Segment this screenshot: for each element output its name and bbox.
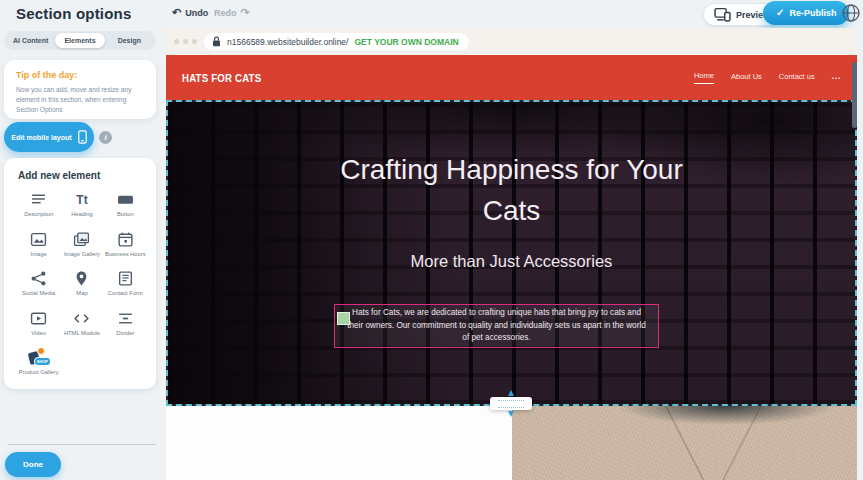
globe-icon	[841, 3, 861, 23]
form-icon	[117, 270, 134, 287]
element-label: Social Media	[22, 290, 55, 298]
tip-of-the-day-card: Tip of the day: Now you can add, move an…	[4, 60, 156, 119]
editor-window: Section options ↶ Undo Redo ↷ Preview ✓ …	[0, 0, 863, 480]
element-item-business-hours[interactable]: Business Hours	[105, 231, 146, 259]
element-item-description[interactable]: Description	[18, 191, 59, 219]
browser-bar: n1566589.websitebuilder.online/ GET YOUR…	[166, 28, 857, 55]
element-item-divider[interactable]: Divider	[105, 310, 146, 338]
hero-heading-text: Crafting Happiness for Your Cats	[332, 150, 692, 231]
undo-button[interactable]: ↶ Undo	[172, 7, 208, 18]
sidebar-divider	[8, 444, 156, 445]
get-domain-link[interactable]: GET YOUR OWN DOMAIN	[354, 37, 458, 47]
image-icon	[30, 231, 47, 248]
republish-label: Re-Publish	[789, 8, 836, 18]
element-item-html-module[interactable]: HTML Module	[61, 310, 102, 338]
section-resize-handle[interactable]	[490, 397, 532, 410]
selected-text-element[interactable]: Hats for Cats, we are dedicated to craft…	[334, 304, 659, 348]
element-label: Video	[31, 330, 46, 338]
tab-design[interactable]: Design	[105, 33, 154, 48]
page-title: Section options	[16, 5, 132, 22]
element-item-social-media[interactable]: Social Media	[18, 270, 59, 298]
sidebar-tabs: AI Content Elements Design	[4, 31, 156, 50]
tip-body: Now you can add, move and resize any ele…	[16, 85, 144, 115]
new-badge-icon	[37, 347, 45, 355]
element-label: Image Gallery	[64, 251, 100, 259]
resize-grip-icon	[498, 400, 524, 408]
next-section-image[interactable]	[512, 406, 857, 480]
undo-icon: ↶	[172, 7, 181, 18]
element-label: Divider	[116, 330, 134, 338]
done-button[interactable]: Done	[5, 452, 61, 477]
resize-arrow-down-icon	[508, 411, 514, 417]
element-item-image[interactable]: Image	[18, 231, 59, 259]
image-gallery-icon	[73, 231, 90, 248]
nav-item-about[interactable]: About Us	[731, 72, 762, 84]
element-label: Business Hours	[105, 251, 146, 259]
add-element-panel: Add new element Description Tt Heading B…	[4, 158, 156, 389]
info-icon[interactable]: i	[99, 131, 112, 144]
edit-mobile-layout-button[interactable]: Edit mobile layout	[4, 122, 94, 152]
element-label: Product Gallery	[19, 369, 59, 377]
language-globe-button[interactable]	[841, 3, 861, 23]
done-label: Done	[23, 460, 43, 469]
nav-item-contact[interactable]: Contact us	[779, 72, 815, 84]
button-icon	[117, 191, 134, 208]
drag-handle[interactable]	[337, 312, 350, 325]
devices-icon	[714, 6, 731, 23]
element-label: Heading	[71, 211, 93, 219]
site-url: n1566589.websitebuilder.online/	[227, 37, 348, 47]
heading-icon: Tt	[73, 191, 90, 208]
element-label: Map	[76, 290, 87, 298]
resize-arrow-up-icon	[508, 390, 514, 396]
tab-ai-content[interactable]: AI Content	[6, 33, 55, 48]
nav-more-icon[interactable]: •••	[832, 75, 841, 81]
hero-body-text: Hats for Cats, we are dedicated to craft…	[343, 307, 650, 345]
divider-icon	[117, 310, 134, 327]
republish-button[interactable]: ✓ Re-Publish	[763, 1, 849, 25]
share-icon	[30, 270, 47, 287]
selected-hero-section[interactable]: Crafting Happiness for Your Cats More th…	[166, 100, 857, 406]
video-icon	[30, 310, 47, 327]
tab-ai-content-label: AI Content	[13, 37, 48, 44]
shop-tag: SHOP	[34, 357, 51, 366]
element-item-product-gallery[interactable]: SHOP Product Gallery	[18, 349, 59, 377]
element-label: HTML Module	[64, 330, 100, 338]
edit-mobile-layout-label: Edit mobile layout	[11, 134, 71, 141]
element-label: Image	[31, 251, 47, 259]
mobile-phone-icon	[78, 130, 87, 144]
site-preview-frame: n1566589.websitebuilder.online/ GET YOUR…	[166, 28, 857, 480]
site-logo[interactable]: HATS FOR CATS	[182, 72, 261, 84]
tip-title: Tip of the day:	[16, 70, 144, 80]
element-item-map[interactable]: Map	[61, 270, 102, 298]
redo-button[interactable]: Redo ↷	[214, 7, 250, 18]
element-label: Description	[24, 211, 53, 219]
element-grid: Description Tt Heading Button Image	[18, 191, 146, 377]
check-icon: ✓	[776, 8, 784, 18]
nav-item-home[interactable]: Home	[694, 71, 714, 84]
site-nav: Home About Us Contact us •••	[694, 71, 841, 84]
address-bar[interactable]: n1566589.websitebuilder.online/ GET YOUR…	[204, 33, 469, 51]
text-lines-icon	[30, 191, 47, 208]
tab-design-label: Design	[118, 37, 141, 44]
info-glyph: i	[104, 133, 106, 142]
redo-icon: ↷	[241, 7, 250, 18]
preview-scrollbar[interactable]	[852, 62, 857, 128]
element-item-image-gallery[interactable]: Image Gallery	[61, 231, 102, 259]
calendar-icon	[117, 231, 134, 248]
element-label: Contact Form	[108, 290, 143, 298]
redo-label: Redo	[214, 8, 237, 18]
undo-label: Undo	[185, 8, 208, 18]
tab-elements-label: Elements	[64, 37, 95, 44]
lock-icon	[212, 36, 221, 47]
element-label: Button	[117, 211, 134, 219]
element-item-video[interactable]: Video	[18, 310, 59, 338]
element-item-heading[interactable]: Tt Heading	[61, 191, 102, 219]
tab-elements[interactable]: Elements	[55, 33, 104, 48]
window-dots-icon	[174, 39, 197, 44]
hero-subheading[interactable]: More than Just Accessories	[168, 252, 855, 271]
code-icon	[73, 310, 90, 327]
element-item-button[interactable]: Button	[105, 191, 146, 219]
hero-heading[interactable]: Crafting Happiness for Your Cats	[168, 150, 855, 231]
element-item-contact-form[interactable]: Contact Form	[105, 270, 146, 298]
map-pin-icon	[73, 270, 90, 287]
